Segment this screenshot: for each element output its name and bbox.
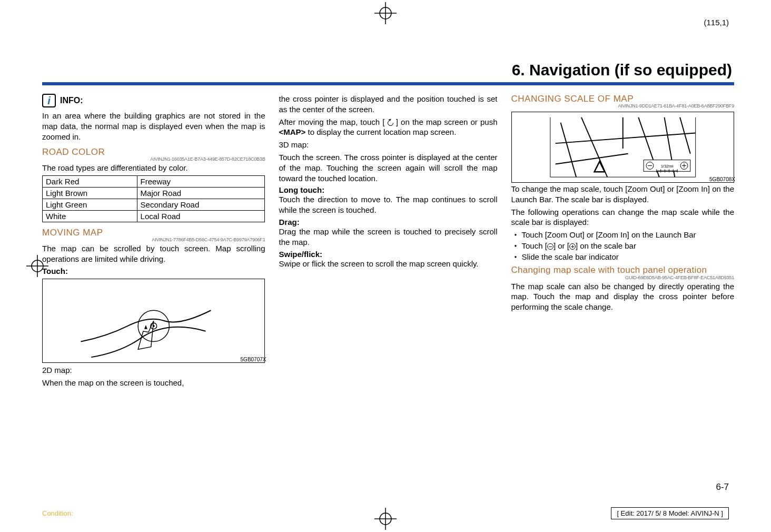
list-item: Touch [] or [] on the scale bar <box>511 241 734 252</box>
road-color-head: ROAD COLOR <box>42 147 265 157</box>
r-p2: The following operations can change the … <box>511 207 734 228</box>
drag-head: Drag: <box>279 218 497 226</box>
scale-head-text: CHANGING SCALE OF MAP <box>511 94 634 104</box>
info-row: i INFO: <box>42 94 265 107</box>
svg-text:1/32mi: 1/32mi <box>660 164 673 169</box>
cell: White <box>43 211 137 222</box>
cell: Secondary Road <box>137 199 265 211</box>
road-color-table: Dark RedFreeway Light BrownMajor Road Li… <box>42 175 265 222</box>
info-body: In an area where the building graphics a… <box>42 111 265 142</box>
chapter-rule <box>42 82 734 85</box>
cell: Local Road <box>137 211 265 222</box>
swipe-head: Swipe/flick: <box>279 250 497 259</box>
scale-bullets: Touch [Zoom Out] or [Zoom In] on the Lau… <box>511 230 734 262</box>
p-2dmap: 2D map: <box>42 365 265 376</box>
mid-p2a: After moving the map, touch [ <box>279 117 384 126</box>
info-icon: i <box>42 94 56 107</box>
table-row: Dark RedFreeway <box>43 176 265 188</box>
mid-p3: 3D map: <box>279 140 497 150</box>
chapter-title: 6. Navigation (if so equipped) <box>42 61 732 79</box>
page-coordinate: (115,1) <box>704 18 729 27</box>
edit-info-box: [ Edit: 2017/ 5/ 8 Model: AIVINJ-N ] <box>611 507 729 519</box>
illus-code-1: 5GB0707X <box>241 357 266 362</box>
zoom-out-icon <box>547 243 553 250</box>
zoom-in-icon <box>569 243 576 250</box>
p-2dmap-b: When the map on the screen is touched, <box>42 378 265 388</box>
crop-mark-bottom <box>374 508 397 530</box>
r-p3: The map scale can also be changed by dir… <box>511 281 734 312</box>
column-right: CHANGING SCALE OF MAP AIVINJN1-9DD1AE71-… <box>511 94 734 390</box>
mid-p7: Swipe or flick the screen to scroll the … <box>279 259 497 269</box>
cell: Major Road <box>137 188 265 199</box>
road-color-body: The road types are differentiated by col… <box>42 163 265 173</box>
illus-code-2: 5GB0708X <box>709 176 735 182</box>
table-row: Light BrownMajor Road <box>43 188 265 199</box>
mid-p4: Touch the screen. The cross pointer is d… <box>279 152 497 183</box>
column-left: i INFO: In an area where the building gr… <box>42 94 265 390</box>
crop-mark-top <box>374 2 397 24</box>
mid-p5: Touch the direction to move to. The map … <box>279 194 497 215</box>
moving-map-head-text: MOVING MAP <box>42 228 103 238</box>
long-touch-head: Long touch: <box>279 185 497 194</box>
undo-icon <box>386 119 394 127</box>
columns: i INFO: In an area where the building gr… <box>42 94 734 390</box>
condition-label: Condition: <box>42 509 73 517</box>
map-button-label: <MAP> <box>279 127 305 136</box>
cell: Freeway <box>137 176 265 188</box>
cell: Light Brown <box>43 188 137 199</box>
scale-head: CHANGING SCALE OF MAP <box>511 94 734 104</box>
road-color-head-text: ROAD COLOR <box>42 147 105 157</box>
mid-p1: the cross pointer is displayed and the p… <box>279 94 497 115</box>
moving-map-head: MOVING MAP <box>42 228 265 238</box>
table-row: WhiteLocal Road <box>43 211 265 222</box>
crop-mark-left <box>26 255 48 277</box>
mid-p2: After moving the map, touch [ ] on the m… <box>279 117 497 138</box>
info-label: INFO: <box>60 96 83 105</box>
column-mid: the cross pointer is displayed and the p… <box>279 94 497 390</box>
illustration-touch: 5GB0707X <box>42 279 265 363</box>
sub-head: Changing map scale with touch panel oper… <box>511 264 734 275</box>
cell: Light Green <box>43 199 137 211</box>
mid-p2b: ] on the map screen or push <box>396 117 498 126</box>
r-p1: To change the map scale, touch [Zoom Out… <box>511 184 734 205</box>
touch-head: Touch: <box>42 267 265 275</box>
cell: Dark Red <box>43 176 137 188</box>
mid-p6: Drag the map while the screen is touched… <box>279 226 497 248</box>
page-number: 6-7 <box>716 482 729 492</box>
list-item: Touch [Zoom Out] or [Zoom In] on the Lau… <box>511 230 734 241</box>
illustration-scale: 1/32mi 5GB0708X <box>511 112 734 183</box>
list-item: Slide the scale bar indicator <box>511 252 734 263</box>
mid-p2c: to display the current location map scre… <box>305 127 456 136</box>
page-root: (115,1) 6. Navigation (if so equipped) i… <box>0 0 771 532</box>
table-row: Light GreenSecondary Road <box>43 199 265 211</box>
moving-map-body: The map can be scrolled by touch screen.… <box>42 243 265 264</box>
